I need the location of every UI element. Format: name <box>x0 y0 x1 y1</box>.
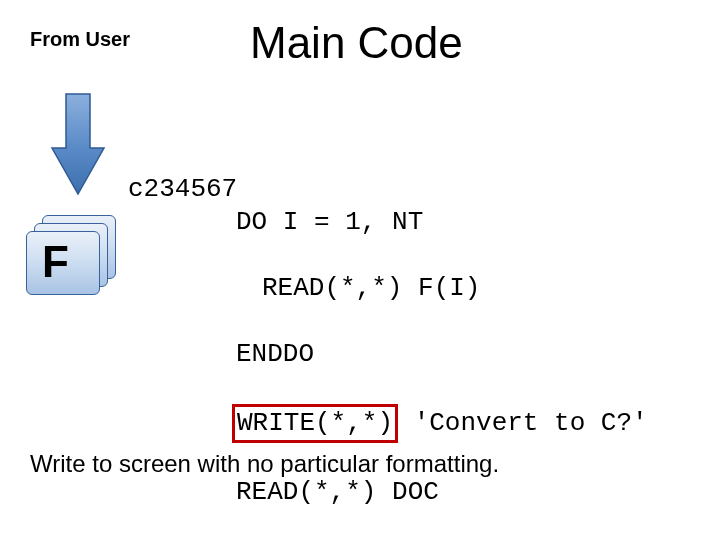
from-user-label: From User <box>30 28 130 51</box>
file-letter: F <box>42 237 69 287</box>
down-arrow-icon <box>48 90 108 200</box>
file-stack: F <box>26 215 116 295</box>
highlight-box: WRITE(*,*) <box>232 404 398 443</box>
code-line: DO I = 1, NT <box>236 206 648 239</box>
code-line: ENDDO <box>236 338 648 371</box>
code-block: c234567 DO I = 1, NT READ(*,*) F(I) ENDD… <box>128 140 648 540</box>
code-line: READ(*,*) DOC <box>236 476 648 509</box>
caption-text: Write to screen with no particular forma… <box>30 450 499 478</box>
code-line-highlighted: WRITE(*,*) 'Convert to C?' <box>236 404 648 443</box>
code-line: c234567 <box>128 174 237 204</box>
code-text: 'Convert to C?' <box>398 408 648 438</box>
page-title: Main Code <box>250 18 463 68</box>
code-line: READ(*,*) F(I) <box>262 272 648 305</box>
